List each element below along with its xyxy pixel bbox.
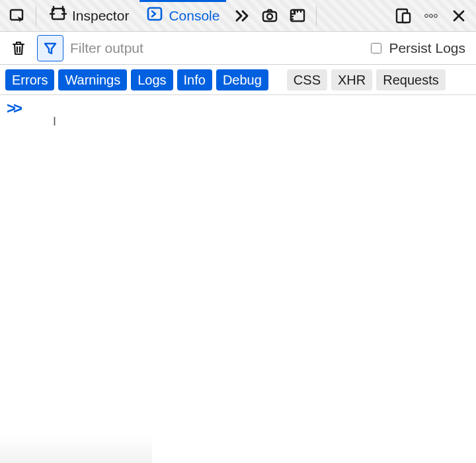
persist-logs-label: Persist Logs: [389, 40, 465, 56]
svg-point-21: [434, 14, 438, 17]
svg-point-19: [425, 14, 428, 17]
clear-console-button[interactable]: [5, 35, 32, 61]
console-output-area: >> I: [0, 95, 476, 463]
tab-inspector[interactable]: Inspector: [43, 0, 136, 32]
inspector-icon: [50, 5, 67, 26]
tab-inspector-label: Inspector: [72, 8, 129, 24]
responsive-design-icon[interactable]: [391, 4, 415, 28]
console-icon: [146, 5, 163, 26]
persist-logs-checkbox[interactable]: [371, 43, 381, 53]
filter-debug[interactable]: Debug: [216, 69, 268, 90]
filter-info[interactable]: Info: [177, 69, 212, 90]
console-filter-bar: Persist Logs: [0, 32, 476, 65]
tab-console-label: Console: [169, 8, 219, 24]
separator: [36, 6, 36, 26]
prompt-chevron-icon: >>: [7, 99, 20, 118]
console-level-filters: Errors Warnings Logs Info Debug CSS XHR …: [0, 65, 476, 95]
filter-css[interactable]: CSS: [287, 69, 327, 90]
persist-logs-toggle[interactable]: Persist Logs: [368, 40, 471, 56]
devtools-tab-bar: Inspector Console: [0, 0, 476, 32]
filter-output-input[interactable]: [69, 32, 363, 64]
filter-requests[interactable]: Requests: [376, 69, 446, 90]
filter-logs[interactable]: Logs: [131, 69, 173, 90]
filter-errors[interactable]: Errors: [5, 69, 54, 90]
filter-toggle-button[interactable]: [37, 35, 63, 61]
pick-element-icon[interactable]: [5, 4, 29, 28]
close-devtools-icon[interactable]: [447, 4, 471, 28]
screenshot-icon[interactable]: [258, 4, 282, 28]
separator: [316, 6, 317, 26]
console-input[interactable]: [26, 101, 469, 116]
filter-xhr[interactable]: XHR: [331, 69, 372, 90]
ruler-icon[interactable]: [286, 4, 309, 28]
more-options-icon[interactable]: [419, 4, 443, 28]
svg-rect-18: [403, 13, 410, 22]
overflow-tabs-icon[interactable]: [230, 4, 254, 28]
tab-console[interactable]: Console: [139, 0, 226, 32]
svg-point-8: [267, 14, 272, 19]
svg-point-20: [430, 14, 433, 17]
bottom-fade: [0, 435, 152, 463]
console-prompt-row: >>: [0, 95, 476, 122]
filter-warnings[interactable]: Warnings: [58, 69, 127, 90]
